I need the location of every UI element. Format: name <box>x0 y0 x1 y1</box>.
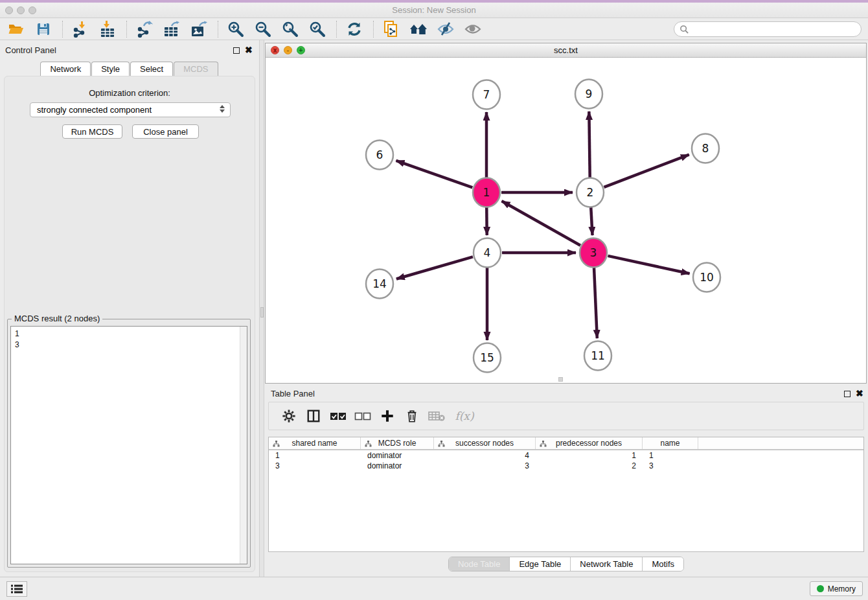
column-header-name[interactable]: name <box>643 437 698 449</box>
control-panel: Control Panel ✖ Network Style Select MCD… <box>0 40 259 577</box>
zoom-selected-icon <box>309 21 326 38</box>
toolbar-separator <box>218 21 218 38</box>
memory-button[interactable]: Memory <box>810 581 863 596</box>
control-panel-close-icon[interactable]: ✖ <box>245 45 253 55</box>
deselect-all-button[interactable] <box>352 406 374 426</box>
first-neighbors-button[interactable] <box>407 19 429 39</box>
network-graph[interactable]: 7968124314101511 <box>266 58 866 383</box>
graph-edge-3-11[interactable] <box>594 268 597 338</box>
search-box[interactable] <box>674 21 862 37</box>
optimization-criterion-label: Optimization criterion: <box>5 88 255 98</box>
export-table-button[interactable] <box>161 19 183 39</box>
column-header-successor-nodes[interactable]: successor nodes <box>434 437 536 449</box>
tab-motifs[interactable]: Motifs <box>643 557 683 571</box>
tab-mcds[interactable]: MCDS <box>174 62 218 76</box>
show-columns-button[interactable] <box>303 406 325 426</box>
cell-predecessor-nodes[interactable]: 2 <box>536 461 643 471</box>
graph-node-14[interactable]: 14 <box>366 270 393 299</box>
table-row[interactable]: 1 dominator 4 1 1 <box>269 450 863 461</box>
cell-shared-name[interactable]: 3 <box>269 461 361 471</box>
export-network-button[interactable] <box>133 19 155 39</box>
import-table-icon <box>99 21 116 38</box>
graph-edge-2-3[interactable] <box>591 207 592 235</box>
network-window-titlebar[interactable]: x - + scc.txt <box>266 43 866 58</box>
save-session-button[interactable] <box>32 19 54 39</box>
tab-style[interactable]: Style <box>91 62 130 76</box>
task-history-button[interactable] <box>6 581 27 597</box>
column-header-predecessor-nodes[interactable]: predecessor nodes <box>536 437 643 449</box>
close-panel-button[interactable]: Close panel <box>132 124 199 139</box>
canvas-resize-grip[interactable] <box>558 377 563 382</box>
delete-table-button[interactable] <box>426 406 448 426</box>
graph-node-8[interactable]: 8 <box>692 134 719 163</box>
attribute-tree-icon <box>365 441 372 447</box>
tab-node-table[interactable]: Node Table <box>449 557 510 571</box>
cell-mcds-role[interactable]: dominator <box>361 450 434 461</box>
graph-node-9[interactable]: 9 <box>575 80 602 109</box>
tab-network-table[interactable]: Network Table <box>571 557 643 571</box>
delete-column-button[interactable] <box>401 406 423 426</box>
graph-edge-3-1[interactable] <box>502 201 580 245</box>
graph-edge-4-14[interactable] <box>396 257 473 279</box>
table-options-button[interactable] <box>278 406 300 426</box>
apply-layout-button[interactable] <box>343 19 365 39</box>
splitter-handle-icon[interactable] <box>260 307 264 317</box>
table-panel-close-icon[interactable]: ✖ <box>856 388 863 398</box>
eye-icon <box>464 21 482 37</box>
hide-selected-button[interactable] <box>435 19 457 39</box>
zoom-out-button[interactable] <box>252 19 274 39</box>
graph-edge-3-10[interactable] <box>608 256 689 273</box>
zoom-selected-button[interactable] <box>306 19 328 39</box>
graph-node-4[interactable]: 4 <box>474 238 501 268</box>
graph-node-label: 11 <box>591 349 605 362</box>
graph-node-10[interactable]: 10 <box>693 263 720 292</box>
table-panel-float-icon[interactable] <box>844 391 851 397</box>
table-row[interactable]: 3 dominator 3 2 3 <box>269 461 863 471</box>
add-column-button[interactable] <box>376 406 398 426</box>
graph-node-2[interactable]: 2 <box>577 178 604 207</box>
search-input[interactable] <box>689 23 861 36</box>
tab-network[interactable]: Network <box>40 62 91 76</box>
criterion-dropdown[interactable]: strongly connected component <box>30 102 231 117</box>
tab-select[interactable]: Select <box>130 62 173 76</box>
network-canvas[interactable]: 7968124314101511 <box>266 58 866 383</box>
column-header-shared-name[interactable]: shared name <box>269 437 361 449</box>
open-file-button[interactable] <box>5 19 27 39</box>
fit-content-button[interactable] <box>279 19 301 39</box>
zoom-in-button[interactable] <box>225 19 247 39</box>
cell-mcds-role[interactable]: dominator <box>361 461 434 471</box>
import-table-button[interactable] <box>97 19 119 39</box>
list-icon <box>11 584 23 594</box>
export-image-button[interactable] <box>188 19 210 39</box>
column-header-mcds-role[interactable]: MCDS role <box>361 437 434 449</box>
attribute-tree-icon <box>438 441 445 447</box>
table-toolbar: f(x) <box>268 402 864 430</box>
graph-node-15[interactable]: 15 <box>474 343 501 373</box>
cell-successor-nodes[interactable]: 4 <box>434 450 536 461</box>
graph-edge-2-8[interactable] <box>604 155 689 187</box>
control-panel-float-icon[interactable] <box>233 47 240 54</box>
panel-splitter[interactable] <box>259 40 264 577</box>
cell-shared-name[interactable]: 1 <box>269 450 361 461</box>
result-scrollbar[interactable] <box>240 327 247 564</box>
mcds-result-group: MCDS result (2 nodes) 1 3 <box>7 319 251 568</box>
graph-node-6[interactable]: 6 <box>366 141 393 170</box>
tab-edge-table[interactable]: Edge Table <box>510 557 571 571</box>
graph-edge-2-9[interactable] <box>589 111 589 178</box>
cell-successor-nodes[interactable]: 3 <box>434 461 536 471</box>
run-mcds-button[interactable]: Run MCDS <box>62 124 122 139</box>
cell-name[interactable]: 1 <box>643 450 698 461</box>
graph-node-7[interactable]: 7 <box>473 80 500 110</box>
function-builder-button[interactable]: f(x) <box>450 406 479 426</box>
mcds-result-textarea[interactable]: 1 3 <box>10 326 247 564</box>
graph-node-3[interactable]: 3 <box>580 238 607 268</box>
graph-node-1[interactable]: 1 <box>473 178 500 207</box>
import-network-button[interactable] <box>69 19 91 39</box>
show-hidden-button[interactable] <box>462 19 484 39</box>
cell-name[interactable]: 3 <box>643 461 698 471</box>
graph-edge-1-6[interactable] <box>396 161 472 187</box>
duplicate-network-button[interactable] <box>380 19 402 39</box>
cell-predecessor-nodes[interactable]: 1 <box>536 450 643 461</box>
graph-node-11[interactable]: 11 <box>584 341 611 371</box>
select-all-button[interactable] <box>327 406 349 426</box>
